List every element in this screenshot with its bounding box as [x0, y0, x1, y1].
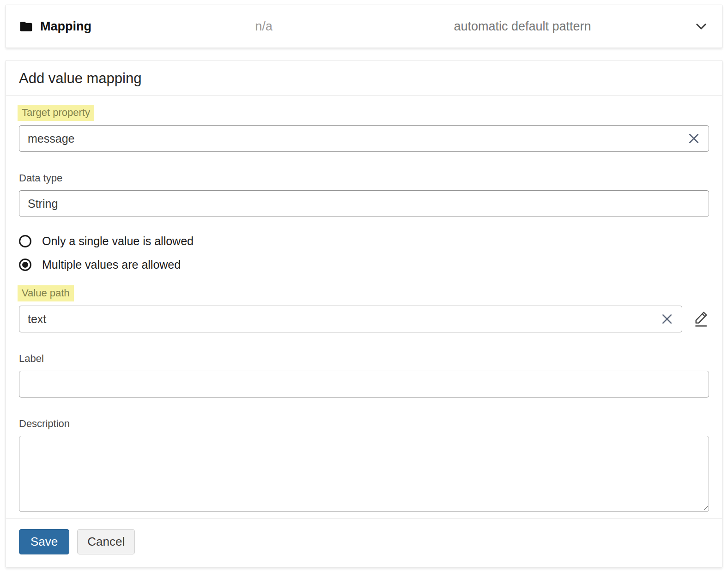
cancel-button[interactable]: Cancel [77, 529, 135, 554]
mapping-title: Mapping [40, 19, 91, 34]
page-title: Add value mapping [19, 70, 141, 86]
target-property-label: Target property [18, 105, 94, 121]
radio-unchecked-icon[interactable] [19, 235, 31, 247]
radio-checked-icon[interactable] [19, 259, 31, 271]
value-path-group: Value path [19, 285, 709, 332]
folder-icon [19, 19, 33, 34]
chevron-down-icon[interactable] [689, 18, 709, 34]
target-property-group: Target property [19, 105, 709, 152]
description-textarea[interactable] [19, 436, 709, 512]
add-value-mapping-card: Add value mapping Target property [6, 60, 722, 567]
description-label: Description [19, 418, 709, 430]
value-path-input[interactable] [19, 306, 682, 332]
multiple-values-radio[interactable]: Multiple values are allowed [19, 258, 709, 271]
target-property-input[interactable] [19, 125, 709, 152]
multiple-values-radio-label: Multiple values are allowed [42, 258, 181, 271]
save-button[interactable]: Save [19, 529, 69, 554]
description-group: Description [19, 418, 709, 512]
data-type-label: Data type [19, 172, 709, 184]
clear-target-property-icon[interactable] [687, 132, 701, 145]
card-header: Add value mapping [6, 60, 722, 96]
label-input[interactable] [19, 371, 709, 397]
mapping-header-left: Mapping [19, 19, 171, 34]
clear-value-path-icon[interactable] [660, 312, 674, 326]
mapping-header-bar: Mapping n/a automatic default pattern [6, 5, 722, 48]
edit-pencil-icon[interactable] [692, 309, 709, 329]
card-footer: Save Cancel [6, 518, 722, 567]
label-group: Label [19, 353, 709, 397]
card-body: Target property Data type [6, 96, 722, 518]
single-value-radio-label: Only a single value is allowed [42, 235, 194, 248]
page: Mapping n/a automatic default pattern Ad… [0, 0, 728, 578]
single-value-radio[interactable]: Only a single value is allowed [19, 235, 709, 248]
mapping-middle-value: n/a [171, 19, 356, 34]
data-type-group: Data type [19, 172, 709, 217]
data-type-input[interactable] [19, 190, 709, 217]
mapping-pattern-value: automatic default pattern [356, 19, 689, 34]
cardinality-radio-group: Only a single value is allowed Multiple … [19, 235, 709, 271]
label-label: Label [19, 353, 709, 365]
value-path-label: Value path [18, 285, 74, 301]
